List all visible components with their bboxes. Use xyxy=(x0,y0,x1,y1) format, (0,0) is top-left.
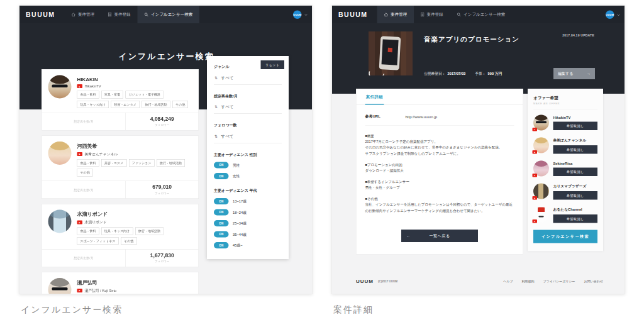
genre-select[interactable]: ⇅ すべて xyxy=(214,74,282,85)
avatar: ▶ xyxy=(533,161,549,177)
update-timestamp: 2017.04.19 UPDATE xyxy=(562,33,594,37)
estimated-plays-label: 想定再生数/月 xyxy=(42,113,126,131)
offer-subtitle: MAKE AN OFFER xyxy=(533,103,597,110)
section-heading: ■その他 xyxy=(365,196,514,201)
nav-item-case-management[interactable]: 案件管理 xyxy=(65,6,102,23)
edit-button-label: 編集する xyxy=(558,71,573,77)
case-title: 音楽アプリのプロモーション xyxy=(424,35,519,43)
release-date-label: 公開希望日： xyxy=(424,72,446,75)
youtube-icon: ▶ xyxy=(77,289,83,292)
nav-item-case-register[interactable]: 案件登録 xyxy=(414,6,450,23)
arrow-left-icon: ← xyxy=(406,233,411,238)
reference-url-value[interactable]: http://www.uuum.jp xyxy=(406,114,438,119)
avatar xyxy=(48,278,72,294)
influencer-search-button[interactable]: インフルエンサー検索 xyxy=(533,230,597,243)
back-to-list-button[interactable]: ← 一覧へ戻る xyxy=(401,230,478,242)
genre-tags: 食品・飲料 美容・コスメ ファッション 旅行・地域活動 その他 xyxy=(77,159,192,177)
toggle-age-25-34[interactable]: ON xyxy=(214,220,229,226)
channel-name: 水溜りボンド xyxy=(85,220,107,225)
influencer-card-seto-koji[interactable]: 瀬戸弘司 ▶ 瀬戸弘司 / Koji Seto その他 想定再生数/月 1,27… xyxy=(42,272,199,295)
influencer-name: 河西美希 xyxy=(77,143,192,150)
toggle-male[interactable]: ON xyxy=(214,162,229,169)
reset-button[interactable]: リセット xyxy=(261,60,284,69)
offer-sidebar: オファー希望 MAKE AN OFFER ▶ HikakinTV 希望取消し ▶ xyxy=(528,89,603,252)
section-heading: ■希望するインフルエンサー xyxy=(365,179,514,184)
account-avatar: UUUM xyxy=(606,10,614,19)
footer-link-privacy[interactable]: プライバシーポリシー xyxy=(543,279,575,284)
top-nav: BUUUM 案件管理 案件登録 インフルエンサー検索 UUUM xyxy=(19,6,313,23)
filter-plays: 想定再生数/月 ⇅ すべて xyxy=(214,94,282,114)
cancel-offer-button[interactable]: 希望取消し xyxy=(553,191,598,200)
follower-label: フォロワー xyxy=(126,191,199,196)
genre-tag: 美容・コスメ xyxy=(101,159,126,167)
nav-item-influencer-search[interactable]: インフルエンサー検索 xyxy=(450,6,513,23)
filter-label: 主要オーディエンス 年代 xyxy=(214,188,282,194)
select-value: すべて xyxy=(221,104,234,110)
offer-channel-name: SekineRisa xyxy=(553,162,598,165)
nav-item-influencer-search[interactable]: インフルエンサー検索 xyxy=(138,6,200,23)
brand-logo: BUUUM xyxy=(332,6,377,23)
section-heading: ■プロモーションの目的 xyxy=(365,162,514,167)
cancel-offer-button[interactable]: 希望取消し xyxy=(553,122,598,131)
influencer-card-kasai-miki[interactable]: 河西美希 ▶ 美希ぽんチャンネル 食品・飲料 美容・コスメ ファッション 旅行・… xyxy=(42,136,199,199)
edit-button[interactable]: 編集する → xyxy=(553,68,595,79)
nav-item-case-register[interactable]: 案件登録 xyxy=(101,6,138,23)
channel-name: 美希ぽんチャンネル xyxy=(85,152,118,157)
influencer-card-hikakin[interactable]: HIKAKIN ▶ HikakinTV 食品・飲料 家具・家電 ガジェット・電子… xyxy=(42,69,199,131)
search-page: BUUUM 案件管理 案件登録 インフルエンサー検索 UUUM インフルエンサー… xyxy=(19,6,313,294)
cancel-offer-button[interactable]: 希望取消し xyxy=(553,145,598,154)
genre-tag: 旅行・地域活動 xyxy=(157,159,185,167)
brand-logo: BUUUM xyxy=(19,6,65,23)
chevron-down-icon xyxy=(304,12,308,18)
estimated-plays-label: 想定再生数/月 xyxy=(42,250,126,267)
genre-tag: 旅行・地域活動 xyxy=(135,228,164,235)
toggle-label: 女性 xyxy=(233,174,240,179)
influencer-card-mizutamari-bond[interactable]: 水溜りボンド ▶ 水溜りボンド 食品・飲料 玩具・キッズ向け 旅行・地域活動 ス… xyxy=(42,204,199,267)
footer-logo: UUUM xyxy=(356,279,374,284)
genre-tag: 旅行・地域活動 xyxy=(142,101,170,108)
youtube-icon: ▶ xyxy=(77,152,83,156)
toggle-age-18-24[interactable]: ON xyxy=(214,209,229,216)
section-body: 2017年7月にローンチ予定の音楽配信アプリ。 その日の気分やあなたの好みに合わ… xyxy=(365,138,514,156)
genre-tag: その他 xyxy=(121,237,136,245)
follower-label: フォロワー xyxy=(126,260,199,264)
genre-tag: 玩具・キッズ向け xyxy=(101,228,133,235)
case-description: ■概要 2017年7月にローンチ予定の音楽配信アプリ。 その日の気分やあなたの好… xyxy=(357,126,523,221)
genre-tag: 玩具・キッズ向け xyxy=(77,101,109,108)
toggle-age-45plus[interactable]: ON xyxy=(214,242,229,248)
toggle-female[interactable]: ON xyxy=(214,173,229,179)
follower-label: フォロワー xyxy=(126,123,199,128)
avatar: ▶ xyxy=(533,207,549,223)
toggle-label: 35~44歳 xyxy=(233,232,247,237)
avatar xyxy=(48,75,72,99)
arrow-right-icon: → xyxy=(587,72,591,76)
toggle-age-35-44[interactable]: ON xyxy=(214,231,229,238)
estimated-plays-label: 想定再生数/月 xyxy=(42,181,126,199)
toggle-age-13-17[interactable]: ON xyxy=(214,198,229,204)
screenshot-influencer-search: BUUUM 案件管理 案件登録 インフルエンサー検索 UUUM インフルエンサー… xyxy=(19,5,313,294)
youtube-icon: ▶ xyxy=(77,220,83,224)
case-detail-panel: 案件詳細 参考URL http://www.uuum.jp ■概要 2017年7… xyxy=(356,89,523,254)
filter-age: 主要オーディエンス 年代 ON 13~17歳 ON 18~24歳 ON 25~3… xyxy=(214,188,282,248)
footer-link-terms[interactable]: 利用規約 xyxy=(522,279,535,284)
footer-link-help[interactable]: ヘルプ xyxy=(503,279,513,284)
genre-tag: 食品・飲料 xyxy=(77,159,99,167)
channel-name: 瀬戸弘司 / Koji Seto xyxy=(85,288,117,293)
tab-case-detail[interactable]: 案件詳細 xyxy=(365,89,384,105)
genre-tag: ガジェット・電子機器 xyxy=(126,91,164,99)
footer-link-contact[interactable]: お問い合わせ xyxy=(584,279,603,284)
cancel-offer-button[interactable]: 希望取消し xyxy=(553,168,598,177)
followers-select[interactable]: ⇅ すべて xyxy=(214,133,282,143)
youtube-icon: ▶ xyxy=(533,150,538,154)
case-hero: 音楽アプリのプロモーション 2017.04.19 UPDATE 公開希望日：20… xyxy=(332,23,625,94)
plays-select[interactable]: ⇅ すべて xyxy=(214,104,282,114)
nav-item-label: 案件管理 xyxy=(391,12,407,18)
nav-item-label: 案件登録 xyxy=(114,12,131,18)
nav-item-case-management[interactable]: 案件管理 xyxy=(377,6,414,23)
sort-icon: ⇅ xyxy=(214,75,218,80)
genre-tags: 食品・飲料 玩具・キッズ向け 旅行・地域活動 スポーツ・フィットネス その他 xyxy=(77,228,192,245)
cancel-offer-button[interactable]: 希望取消し xyxy=(553,214,598,223)
account-menu[interactable]: UUUM xyxy=(606,6,625,23)
account-menu[interactable]: UUUM xyxy=(293,6,313,23)
genre-tag: 食品・飲料 xyxy=(77,228,99,235)
